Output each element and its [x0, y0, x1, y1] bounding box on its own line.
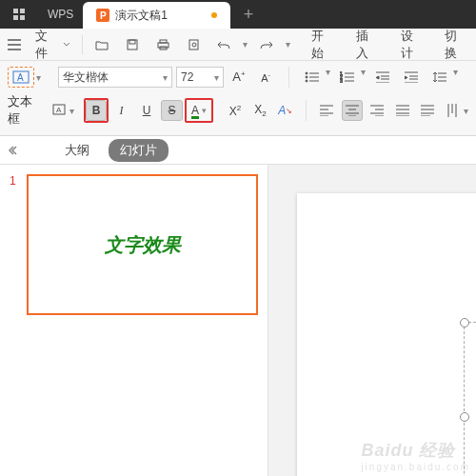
- bullets-dropdown-icon[interactable]: ▾: [326, 67, 330, 88]
- vertical-align-dropdown-icon[interactable]: ▾: [464, 106, 468, 116]
- distribute-button[interactable]: [417, 100, 439, 121]
- highlight-box: [185, 98, 213, 123]
- clear-formatting-button[interactable]: A↘: [275, 100, 297, 121]
- decrease-indent-button[interactable]: [371, 67, 394, 88]
- tab-start[interactable]: 开始: [304, 24, 343, 66]
- undo-dropdown-icon[interactable]: ▾: [243, 39, 248, 50]
- font-name-select[interactable]: 华文楷体 ▾: [58, 67, 172, 88]
- app-name: WPS: [38, 0, 83, 29]
- watermark-main: Baidu 经验: [361, 441, 455, 460]
- watermark-sub: jingyan.baidu.com: [361, 462, 470, 472]
- undo-icon[interactable]: [212, 34, 235, 55]
- font-size-value: 72: [181, 70, 193, 84]
- svg-point-10: [306, 76, 307, 78]
- slide-preview-text: 文字效果: [105, 232, 181, 258]
- font-name-value: 华文楷体: [63, 69, 109, 86]
- panel-tab-outline[interactable]: 大纲: [53, 139, 101, 162]
- bullets-button[interactable]: [301, 67, 324, 88]
- save-icon[interactable]: [121, 34, 144, 55]
- ribbon-tabs: 开始 插入 设计 切换: [304, 24, 476, 66]
- open-icon[interactable]: [90, 34, 113, 55]
- chevron-down-icon: ▾: [214, 72, 219, 83]
- divider: [288, 67, 289, 88]
- svg-point-11: [306, 80, 307, 82]
- slide-canvas[interactable]: [268, 165, 476, 476]
- presentation-icon: P: [96, 9, 109, 22]
- line-spacing-dropdown-icon[interactable]: ▾: [453, 67, 458, 88]
- numbering-dropdown-icon[interactable]: ▾: [361, 67, 366, 88]
- svg-rect-1: [129, 40, 135, 44]
- file-menu[interactable]: 文件: [28, 28, 78, 62]
- textbox-dropdown-icon[interactable]: ▾: [69, 106, 74, 116]
- redo-dropdown-icon[interactable]: ▾: [286, 39, 290, 50]
- font-color-button[interactable]: A ▾: [187, 100, 211, 121]
- ribbon: A ▾ 华文楷体 ▾ 72 ▾ A+ A- ▾ 123 ▾ ▾ 文本框 A: [0, 61, 476, 136]
- slides-thumbnail-pane: 1 文字效果: [0, 165, 268, 476]
- svg-point-6: [192, 43, 196, 47]
- work-area: 1 文字效果: [0, 165, 476, 476]
- svg-text:A: A: [17, 72, 24, 83]
- print-icon[interactable]: [151, 34, 174, 55]
- divider: [306, 100, 307, 121]
- redo-icon[interactable]: [255, 34, 278, 55]
- italic-button[interactable]: I: [110, 100, 132, 121]
- svg-rect-5: [189, 40, 198, 50]
- strikethrough-button[interactable]: S: [161, 100, 183, 121]
- resize-handle-icon[interactable]: [460, 412, 469, 422]
- align-center-button[interactable]: [342, 100, 364, 121]
- textbox-style-button[interactable]: A: [8, 67, 34, 88]
- panel-tab-slides[interactable]: 幻灯片: [109, 139, 169, 162]
- tab-insert[interactable]: 插入: [348, 24, 387, 66]
- font-size-select[interactable]: 72 ▾: [176, 67, 224, 88]
- svg-text:3: 3: [340, 78, 343, 83]
- tab-transition[interactable]: 切换: [437, 24, 476, 66]
- align-right-button[interactable]: [367, 100, 388, 121]
- svg-point-9: [306, 72, 307, 74]
- app-logo: [0, 0, 38, 29]
- new-tab-button[interactable]: +: [230, 0, 267, 29]
- file-menu-label: 文件: [35, 28, 59, 62]
- underline-button[interactable]: U: [136, 100, 158, 121]
- vertical-align-button[interactable]: [443, 100, 465, 121]
- numbering-button[interactable]: 123: [336, 67, 359, 88]
- increase-indent-button[interactable]: [400, 67, 423, 88]
- tab-design[interactable]: 设计: [393, 24, 432, 66]
- hamburger-icon[interactable]: [0, 39, 28, 50]
- quick-access-toolbar: ▾ ▾: [87, 34, 294, 55]
- subscript-button[interactable]: X2: [249, 100, 271, 121]
- line-spacing-button[interactable]: [428, 67, 451, 88]
- textbox-button[interactable]: A: [50, 100, 68, 121]
- document-tab-title: 演示文稿1: [115, 8, 168, 24]
- shrink-font-button[interactable]: A-: [254, 67, 277, 88]
- slide[interactable]: [297, 193, 476, 476]
- watermark: Baidu 经验 jingyan.baidu.com: [361, 439, 470, 472]
- chevron-down-icon: [63, 41, 70, 49]
- grow-font-button[interactable]: A+: [228, 67, 250, 88]
- print-preview-icon[interactable]: [182, 34, 205, 55]
- svg-text:A: A: [56, 106, 62, 114]
- unsaved-indicator-icon: [211, 12, 217, 18]
- document-tab[interactable]: P 演示文稿1: [83, 2, 230, 29]
- bold-button[interactable]: B: [86, 100, 108, 121]
- align-justify-button[interactable]: [392, 100, 414, 121]
- resize-handle-icon[interactable]: [460, 318, 469, 327]
- textbox-style-dropdown-icon[interactable]: ▾: [36, 72, 41, 83]
- superscript-button[interactable]: X2: [225, 100, 247, 121]
- align-left-button[interactable]: [316, 100, 338, 121]
- textbox-label: 文本框: [8, 93, 42, 128]
- menu-bar: 文件 ▾ ▾ 开始 插入 设计 切换: [0, 29, 476, 61]
- slide-thumb-1[interactable]: 1 文字效果: [10, 174, 258, 315]
- slides-panel-header: 大纲 幻灯片: [0, 136, 476, 165]
- slide-number: 1: [10, 174, 21, 315]
- collapse-panel-button[interactable]: [0, 146, 25, 155]
- chevron-down-icon: ▾: [163, 72, 168, 83]
- divider: [82, 35, 83, 54]
